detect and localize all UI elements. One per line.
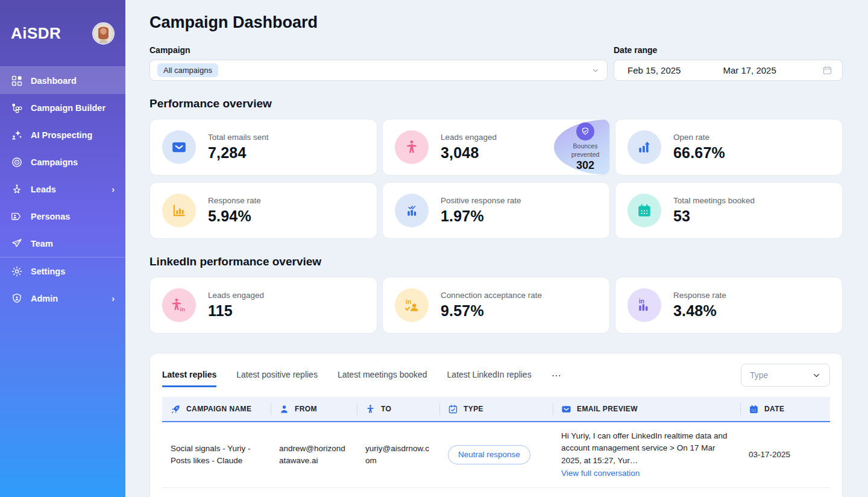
person-icon (404, 139, 420, 155)
calendar-icon (637, 203, 652, 218)
replies-tabs: Latest replies Latest positive replies L… (162, 364, 562, 387)
linkedin-cards: in Leads engaged 115 in Connection accep… (149, 277, 843, 334)
ai-prospecting-icon (11, 129, 23, 141)
sidebar-item-personas[interactable]: Personas (0, 203, 125, 230)
bounces-prevented-badge: Bouncesprevented 302 (554, 119, 609, 175)
stat-label: Leads engaged (208, 291, 264, 300)
column-label: TYPE (464, 405, 483, 413)
date-start[interactable]: Feb 15, 2025 (627, 65, 681, 75)
stat-value: 1.97% (441, 207, 521, 225)
campaign-select[interactable]: All campaigns (149, 60, 608, 81)
svg-text:in: in (406, 298, 411, 305)
sidebar-item-admin[interactable]: Admin › (0, 285, 125, 312)
view-conversation-link[interactable]: View full conversation (561, 467, 640, 480)
campaigns-icon (11, 156, 23, 168)
col-campaign-name: CAMPAIGN NAME (162, 397, 271, 421)
cell-type: Neutral response (439, 437, 553, 472)
column-label: FROM (295, 405, 317, 413)
stat-label: Leads engaged (441, 133, 497, 142)
latest-replies-panel: Latest replies Latest positive replies L… (149, 353, 843, 497)
sidebar-item-dashboard[interactable]: Dashboard (0, 67, 125, 94)
date-end[interactable]: Mar 17, 2025 (723, 65, 776, 75)
col-from: FROM (271, 397, 357, 421)
sidebar-item-label: Settings (31, 267, 115, 276)
badge-value: 302 (576, 159, 594, 172)
sidebar-item-ai-prospecting[interactable]: AI Prospecting (0, 121, 125, 148)
stat-value: 3.48% (673, 302, 726, 320)
sidebar-item-leads[interactable]: Leads › (0, 176, 125, 203)
stat-card-leads-engaged: Leads engaged 3,048 Bouncesprevented 302 (382, 119, 610, 176)
stat-card-positive-response-rate: Positive response rate 1.97% (382, 182, 610, 239)
sidebar-item-label: Dashboard (31, 76, 115, 86)
cell-email-preview: Hi Yuriy, I appreciate your follow-up! T… (553, 488, 740, 497)
envelope-icon (561, 404, 571, 414)
tab-latest-positive-replies[interactable]: Latest positive replies (236, 370, 318, 387)
sidebar-item-settings[interactable]: Settings (0, 258, 125, 285)
cell-from: andrew@horizondatawave.ai (271, 435, 357, 475)
bar-chart-up-icon (637, 139, 652, 155)
sidebar-item-label: Admin (31, 294, 104, 303)
leads-icon (11, 183, 23, 195)
replies-table: CAMPAIGN NAME FROM TO TYPE EMAIL PREVIEW (162, 397, 830, 497)
calendar-icon (822, 65, 832, 75)
badge-text: prevented (571, 151, 600, 158)
personas-icon (11, 211, 23, 223)
campaign-selected-chip[interactable]: All campaigns (157, 63, 218, 77)
app-logo: AiSDR (11, 24, 61, 43)
sidebar-item-label: Personas (31, 212, 115, 221)
date-range-picker[interactable]: Feb 15, 2025 Mar 17, 2025 (614, 60, 843, 81)
campaign-filter-label: Campaign (149, 45, 608, 55)
sidebar: AiSDR Dashboard Campaign Builder AI Pros… (0, 0, 125, 497)
col-to: TO (357, 397, 439, 421)
badge-text: Bounces (573, 142, 598, 150)
stat-label: Connection acceptance rate (441, 291, 542, 300)
table-row: Hi Yuriy, I appreciate your follow-up! T… (162, 488, 830, 497)
shield-check-icon (580, 127, 590, 136)
chevron-right-icon: › (112, 185, 115, 194)
tab-latest-replies[interactable]: Latest replies (162, 370, 216, 387)
stat-label: Response rate (673, 291, 726, 300)
stat-label: Positive response rate (441, 196, 521, 205)
dashboard-icon (11, 75, 23, 87)
chevron-down-icon (591, 66, 600, 75)
stat-value: 3,048 (441, 144, 497, 162)
admin-icon (11, 293, 23, 305)
col-type: TYPE (439, 397, 553, 421)
campaign-builder-icon (11, 102, 23, 114)
calendar-check-icon (448, 404, 458, 414)
user-avatar[interactable] (92, 22, 115, 45)
calendar-icon (749, 404, 759, 414)
sidebar-item-campaigns[interactable]: Campaigns (0, 148, 125, 176)
performance-cards: Total emails sent 7,284 Leads engaged 3,… (149, 119, 843, 239)
col-email-preview: EMAIL PREVIEW (553, 397, 740, 421)
type-badge: Neutral response (448, 445, 530, 464)
stat-label: Open rate (673, 133, 725, 142)
stat-value: 9.57% (441, 302, 542, 320)
rocket-icon (171, 404, 181, 414)
date-range-label: Date range (614, 45, 843, 55)
tab-latest-meetings-booked[interactable]: Latest meetings booked (338, 370, 427, 387)
col-date: DATE (740, 397, 830, 421)
stat-card-li-leads-engaged: in Leads engaged 115 (149, 277, 377, 334)
type-filter-select[interactable]: Type (741, 364, 830, 387)
sidebar-item-team[interactable]: Team (0, 230, 125, 257)
team-icon (11, 238, 23, 250)
type-filter-placeholder: Type (750, 370, 768, 380)
sidebar-item-label: Campaigns (31, 157, 115, 167)
tab-latest-linkedin-replies[interactable]: Latest LinkedIn replies (447, 370, 532, 387)
stat-card-open-rate: Open rate 66.67% (615, 119, 843, 176)
column-label: EMAIL PREVIEW (577, 405, 638, 413)
stat-value: 7,284 (208, 144, 269, 162)
sidebar-item-campaign-builder[interactable]: Campaign Builder (0, 94, 125, 121)
page-title: Campaign Dashboard (149, 13, 843, 32)
stat-card-li-connection-rate: in Connection acceptance rate 9.57% (382, 277, 610, 334)
stat-value: 53 (673, 207, 755, 225)
more-tabs-button[interactable]: ⋯ (552, 370, 562, 387)
sidebar-item-label: AI Prospecting (31, 130, 115, 140)
stat-value: 115 (208, 302, 264, 320)
person-linkedin-icon: in (171, 297, 187, 314)
user-icon (279, 404, 289, 414)
email-preview-text: Hi Yuriy, I can offer LinkedIn realtime … (561, 431, 727, 465)
email-icon (171, 139, 187, 155)
svg-text:in: in (639, 297, 644, 305)
